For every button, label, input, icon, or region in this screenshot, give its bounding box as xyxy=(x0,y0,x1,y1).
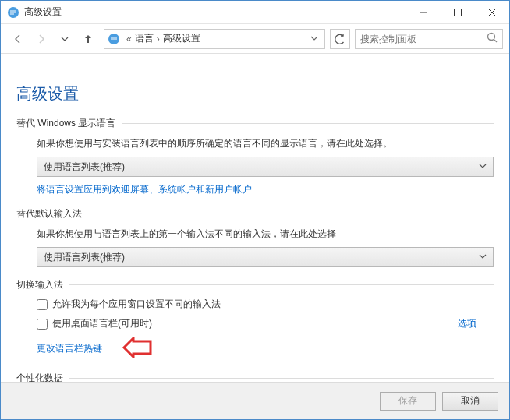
forward-button[interactable] xyxy=(30,28,52,50)
section-display-language: 替代 Windows 显示语言 如果你想使用与安装语言列表中的顺序所确定的语言不… xyxy=(16,117,494,196)
annotation-arrow-icon xyxy=(119,337,152,361)
recent-dropdown[interactable] xyxy=(54,28,76,50)
save-button[interactable]: 保存 xyxy=(380,392,436,411)
window-title: 高级设置 xyxy=(24,5,406,19)
chevron-down-icon xyxy=(479,161,487,172)
langbar-options-link[interactable]: 选项 xyxy=(458,317,476,330)
divider xyxy=(122,123,494,124)
search-box[interactable] xyxy=(355,29,503,49)
per-app-ime-checkbox-row[interactable]: 允许我为每个应用窗口设置不同的输入法 xyxy=(37,298,494,311)
section-title: 替代 Windows 显示语言 xyxy=(16,117,115,130)
back-button[interactable] xyxy=(7,28,29,50)
section-title: 个性化数据 xyxy=(16,372,63,382)
address-bar[interactable]: « 语言 › 高级设置 xyxy=(104,29,325,49)
address-dropdown-icon[interactable] xyxy=(307,34,321,44)
minimize-button[interactable] xyxy=(406,1,441,24)
refresh-button[interactable] xyxy=(330,29,350,49)
default-ime-combo[interactable]: 使用语言列表(推荐) xyxy=(37,247,494,267)
toolbar xyxy=(1,54,509,72)
section-description: 如果你想使用与语言列表上的第一个输入法不同的输入法，请在此处选择 xyxy=(37,227,494,241)
app-icon xyxy=(7,6,19,19)
divider xyxy=(69,284,494,285)
breadcrumb-item[interactable]: 高级设置 xyxy=(163,32,200,45)
address-icon xyxy=(108,33,120,45)
navbar: « 语言 › 高级设置 xyxy=(1,24,509,54)
cancel-button[interactable]: 取消 xyxy=(442,392,498,411)
breadcrumb-sep: « xyxy=(123,34,135,44)
checkbox-label: 使用桌面语言栏(可用时) xyxy=(52,317,152,330)
page-heading: 高级设置 xyxy=(16,83,494,104)
desktop-langbar-checkbox-row[interactable]: 使用桌面语言栏(可用时) 选项 xyxy=(37,317,494,330)
chevron-down-icon xyxy=(479,252,487,263)
checkbox-label: 允许我为每个应用窗口设置不同的输入法 xyxy=(52,298,221,311)
close-button[interactable] xyxy=(475,1,509,24)
section-default-ime: 替代默认输入法 如果你想使用与语言列表上的第一个输入法不同的输入法，请在此处选择… xyxy=(16,207,494,267)
section-title: 切换输入法 xyxy=(16,278,63,291)
chevron-right-icon: › xyxy=(154,34,163,44)
section-description: 如果你想使用与安装语言列表中的顺序所确定的语言不同的显示语言，请在此处选择。 xyxy=(37,136,494,150)
section-switch-ime: 切换输入法 允许我为每个应用窗口设置不同的输入法 使用桌面语言栏(可用时) 选项… xyxy=(16,278,494,361)
up-button[interactable] xyxy=(77,28,99,50)
desktop-langbar-checkbox[interactable] xyxy=(37,319,48,330)
footer: 保存 取消 xyxy=(1,382,509,419)
svg-point-3 xyxy=(488,33,495,40)
divider xyxy=(88,214,494,214)
titlebar: 高级设置 xyxy=(1,1,509,24)
change-hotkey-link[interactable]: 更改语言栏热键 xyxy=(37,342,102,355)
combo-value: 使用语言列表(推荐) xyxy=(44,161,125,174)
section-personalization: 个性化数据 xyxy=(16,372,494,382)
apply-to-welcome-link[interactable]: 将语言设置应用到欢迎屏幕、系统帐户和新用户帐户 xyxy=(37,183,252,196)
maximize-button[interactable] xyxy=(441,1,475,24)
search-input[interactable] xyxy=(360,34,487,44)
content-area: 高级设置 替代 Windows 显示语言 如果你想使用与安装语言列表中的顺序所确… xyxy=(1,72,509,382)
svg-rect-1 xyxy=(455,9,462,16)
search-icon[interactable] xyxy=(487,32,498,46)
combo-value: 使用语言列表(推荐) xyxy=(44,251,125,264)
section-title: 替代默认输入法 xyxy=(16,207,82,221)
per-app-ime-checkbox[interactable] xyxy=(37,299,48,310)
breadcrumb-item[interactable]: 语言 xyxy=(135,32,154,45)
divider xyxy=(69,378,494,379)
display-language-combo[interactable]: 使用语言列表(推荐) xyxy=(37,157,494,177)
